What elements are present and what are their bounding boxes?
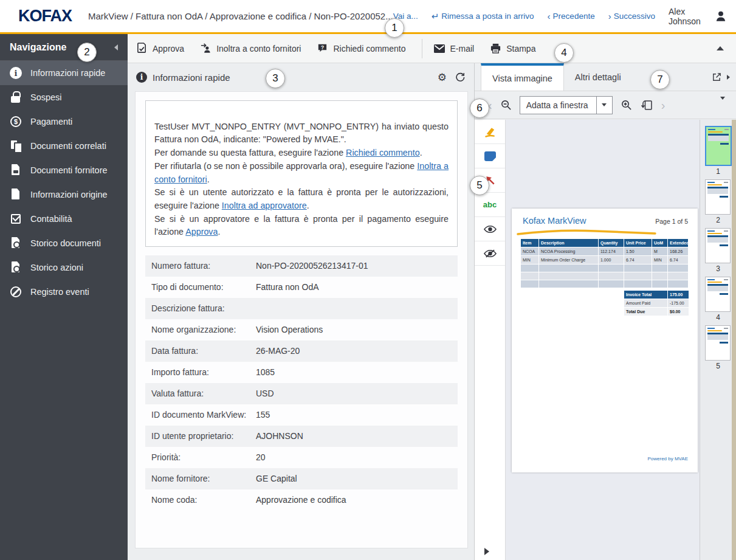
expand-rail-icon[interactable] <box>484 548 489 555</box>
invoice-cell: M <box>652 247 668 256</box>
invoice-cell <box>652 280 668 288</box>
return-to-inbox-link[interactable]: ↵Rimessa a posta in arrivo <box>432 12 534 21</box>
sticky-note-tool[interactable] <box>475 144 505 168</box>
panel-menu-caret-icon[interactable] <box>727 75 730 80</box>
forward-person-icon <box>200 43 212 54</box>
zoom-mode-dropdown-button[interactable] <box>596 96 613 114</box>
print-button[interactable]: Stampa <box>490 43 535 54</box>
document-viewer-panel: Vista immagine Altri dettagli ‹ Adatta a… <box>474 63 736 560</box>
zoom-in-icon[interactable] <box>621 99 632 111</box>
next-link[interactable]: ›Successivo <box>608 12 655 21</box>
chevron-left-icon: ‹ <box>548 12 551 21</box>
invoice-cell <box>599 272 624 280</box>
invoice-cell: NCOA Processing <box>539 247 599 256</box>
sidebar-collapse-icon[interactable] <box>114 44 118 50</box>
invoice-table: ItemDescriptionQuantityUnit PriceUoMExte… <box>521 239 689 316</box>
comment-question-icon: ? <box>317 43 328 54</box>
text-annotation-tool[interactable]: abc <box>475 193 505 217</box>
sticky-note-icon <box>484 151 496 161</box>
page-thumbnail[interactable]: 1 <box>705 126 732 176</box>
callout-2: 2 <box>77 43 97 62</box>
callout-4: 4 <box>554 43 574 63</box>
field-row: Valuta fattura: USD <box>145 383 458 404</box>
page-thumbnail[interactable]: 3 <box>705 228 732 273</box>
field-row: Nome organizzazione: Vision Operations <box>145 319 458 340</box>
document-page[interactable]: Kofax MarkView Page 1 of 5 ItemDescripti… <box>512 209 698 472</box>
invoice-cell <box>599 264 624 272</box>
viewer-tabs: Vista immagine Altri dettagli <box>475 63 736 91</box>
thumbnail-scrollbar[interactable] <box>732 120 736 560</box>
action-history-icon <box>10 261 22 274</box>
person-icon[interactable] <box>714 10 727 23</box>
approve-button[interactable]: Approva <box>136 43 184 54</box>
invoice-cell: Extended <box>668 239 689 247</box>
info-icon <box>136 72 147 83</box>
invoice-cell: Unit Price <box>624 239 652 247</box>
email-button[interactable]: E-mail <box>433 44 475 54</box>
page-thumbnail[interactable]: 5 <box>705 325 732 370</box>
tab-image-view[interactable]: Vista immagine <box>481 63 564 91</box>
page-thumbnail[interactable]: 2 <box>705 179 732 224</box>
sidebar-item[interactable]: Documenti correlati <box>0 134 128 158</box>
invoice-summary-row: Amount Paid -175.00 <box>624 299 689 308</box>
approve-icon <box>136 43 148 54</box>
sidebar-item[interactable]: Storico documenti <box>0 231 128 255</box>
hide-annotations-tool[interactable] <box>475 241 505 266</box>
next-page-icon[interactable]: › <box>661 99 665 111</box>
request-comment-link[interactable]: Richiedi commento <box>346 148 420 157</box>
sidebar-item[interactable]: Documenti fornitore <box>0 158 128 182</box>
invoice-cell <box>521 280 539 288</box>
viewer-menu-caret-icon[interactable] <box>720 100 730 111</box>
sidebar-item[interactable]: Informazioni origine <box>0 182 128 207</box>
refresh-icon[interactable] <box>455 72 466 83</box>
approve-link[interactable]: Approva <box>185 227 218 237</box>
show-annotations-tool[interactable] <box>475 217 505 241</box>
gear-icon[interactable]: ⚙ <box>438 72 447 83</box>
invoice-cell: NCOA <box>521 247 539 256</box>
sidebar-item[interactable]: Sospesi <box>0 85 128 109</box>
svg-text:?: ? <box>321 44 324 50</box>
document-title: Kofax MarkView <box>523 216 586 226</box>
sidebar-item[interactable]: Contabilità <box>0 207 128 231</box>
invoice-row <box>521 272 689 280</box>
rotate-page-icon[interactable] <box>640 99 653 111</box>
highlighter-tool[interactable] <box>475 120 505 144</box>
navigation-title: Navigazione <box>10 42 66 53</box>
tab-other-details[interactable]: Altri dettagli <box>564 63 632 91</box>
request-comment-button[interactable]: ? Richiedi commento <box>317 43 405 54</box>
invoice-cell <box>668 280 689 288</box>
invoice-cell <box>652 264 668 272</box>
toolbar-collapse-icon[interactable] <box>717 46 724 50</box>
thumbnail-page-number: 1 <box>705 167 732 176</box>
invoice-table-body: NCOANCOA Processing112.1741.50M168.26MIN… <box>521 247 689 288</box>
field-label: Nome fornitore: <box>151 473 256 485</box>
document-canvas[interactable]: Kofax MarkView Page 1 of 5 ItemDescripti… <box>506 120 700 560</box>
zoom-out-icon[interactable] <box>500 99 512 111</box>
page-thumbnail[interactable]: 4 <box>705 277 732 322</box>
summary-value: $0.00 <box>668 308 689 316</box>
sidebar-item[interactable]: Registro eventi <box>0 280 128 304</box>
sidebar-item[interactable]: Storico azioni <box>0 255 128 280</box>
thumbnail-page-number: 4 <box>705 313 732 322</box>
invoice-cell: 1.50 <box>624 247 652 256</box>
invoice-summary-row: Invoice Total 175.00 <box>624 291 689 299</box>
yellow-swoosh-graphic <box>517 229 658 237</box>
field-label: Valuta fattura: <box>151 388 256 399</box>
invoice-summary-row: Total Due $0.00 <box>624 308 689 316</box>
zoom-mode-select[interactable]: Adatta a finestra <box>520 96 613 114</box>
chevron-down-icon <box>602 103 607 106</box>
forward-to-vendor-button[interactable]: Inoltra a conto fornitori <box>200 43 301 54</box>
forward-to-approver-link[interactable]: Inoltra ad approvatore <box>222 201 307 210</box>
invoice-cell <box>539 272 599 280</box>
lock-icon <box>10 91 22 103</box>
open-in-new-window-icon[interactable] <box>712 72 722 82</box>
thumbnail-rail: 1 2 <box>700 120 736 560</box>
zoom-mode-value: Adatta a finestra <box>520 96 596 114</box>
previous-link[interactable]: ‹Precedente <box>548 12 595 21</box>
sidebar-item[interactable]: Informazioni rapide <box>0 61 128 85</box>
thumbnail-page-number: 2 <box>705 216 732 224</box>
summary-label: Invoice Total <box>624 291 668 299</box>
invoice-row <box>521 280 689 288</box>
invoice-cell <box>521 272 539 280</box>
sidebar-item[interactable]: Pagamenti <box>0 109 128 134</box>
